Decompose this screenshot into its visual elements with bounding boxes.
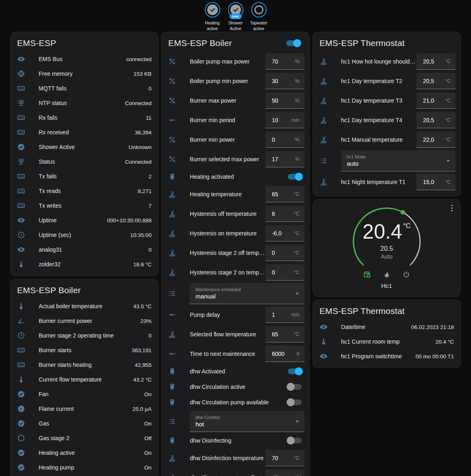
fan-row[interactable]: FanOn xyxy=(11,387,158,401)
entity-label: hc1 How hot lounge should… xyxy=(341,58,416,65)
ems-bus-row[interactable]: EMS Busconnected xyxy=(11,52,158,66)
heating-temperature-input[interactable]: 65°C xyxy=(265,186,305,202)
uptime-row[interactable]: Uptime000+10:35:00.888 xyxy=(11,213,158,228)
chevron-down-icon xyxy=(293,417,301,426)
fire-icon[interactable] xyxy=(383,270,391,279)
hc1-night-temperature-t1-input[interactable]: 15,0°C xyxy=(416,174,456,190)
eye-icon xyxy=(320,323,328,331)
dhw-circulation-active-toggle[interactable] xyxy=(287,383,303,391)
counter-icon: 123 xyxy=(17,114,25,122)
check-circle-icon xyxy=(17,449,25,457)
hc1-mode-select[interactable]: hc1 Modeauto xyxy=(341,150,456,171)
entity-label: Heating activated xyxy=(190,173,234,180)
flame-current-row[interactable]: Flame current25.0 µA xyxy=(11,401,158,416)
hc1-program-switchtime-row[interactable]: hc1 Program switchtime00 mo 00:00 T1 xyxy=(313,349,460,364)
rx-received-row[interactable]: 123Rx received36,394 xyxy=(11,125,158,140)
entity-value: 363,191 xyxy=(132,347,152,353)
uptime-sec-row[interactable]: Uptime (sec)10:35:00 xyxy=(11,228,158,242)
entity-label: Rx received xyxy=(39,129,69,136)
dhw-activated-toggle[interactable] xyxy=(287,367,303,375)
gas-row[interactable]: GasOn xyxy=(11,416,158,431)
entity-value: 20.4 °C xyxy=(436,339,454,345)
hysteresis-stage-2-off-temp-input[interactable]: 0°C xyxy=(265,245,305,261)
pump-delay-input[interactable]: 1min xyxy=(265,307,305,323)
dhw-circulation-pump-available-toggle[interactable] xyxy=(287,398,303,406)
zolder32-row[interactable]: zolder3218.6 °C xyxy=(11,257,158,272)
gas-stage-2-row[interactable]: Gas stage 2Off xyxy=(11,431,158,445)
card-title: EMS-ESP xyxy=(17,38,56,48)
heating-pump-row[interactable]: Heating pumpOn xyxy=(11,460,158,475)
hc1-how-hot-lounge-should-input[interactable]: 20,5°C xyxy=(416,53,456,70)
burner-starts-heating-row[interactable]: 123Burner starts heating42,955 xyxy=(11,358,158,372)
date-time-row[interactable]: Date/time06.02.2023 21:18 xyxy=(313,320,460,334)
card-title: EMS-ESP Thermostat xyxy=(320,306,405,316)
entity-label: analog31 xyxy=(39,246,62,253)
eye-icon xyxy=(17,55,25,63)
maintenance-scheduled-select[interactable]: Maintenance scheduledmanual xyxy=(190,283,304,304)
power-icon[interactable] xyxy=(402,270,410,279)
number-unit: h xyxy=(297,351,300,357)
tx-fails-row[interactable]: 123Tx fails2 xyxy=(11,169,158,184)
entity-value: 11 xyxy=(146,115,151,121)
burner-current-power-row[interactable]: Burner current power23% xyxy=(11,314,158,328)
boiler-pump-max-power-input[interactable]: 70% xyxy=(265,53,305,70)
badge-label: Shower Active xyxy=(226,20,245,31)
hc1-day-temperature-t3-input[interactable]: 21,0°C xyxy=(416,92,456,109)
burner-min-power-input[interactable]: 0% xyxy=(265,132,305,148)
selected-flow-temperature-input[interactable]: 65°C xyxy=(265,326,305,342)
shower-active-row[interactable]: Shower ActiveUnknown xyxy=(11,140,158,154)
hysteresis-stage-2-on-temp-input[interactable]: 0°C xyxy=(265,264,305,281)
tx-reads-row[interactable]: 123Tx reads8,271 xyxy=(11,184,158,198)
entity-value: 0 xyxy=(149,247,152,253)
analog31-row[interactable]: analog310 xyxy=(11,242,158,257)
hc1-day-temperature-t3-row: hc1 Day temperature T321,0°C xyxy=(313,91,460,110)
shower-active-badge[interactable]: UNKShower Active xyxy=(226,2,245,31)
boiler-pump-min-power-input[interactable]: 30% xyxy=(265,73,305,89)
current-temperature: 20.4°C xyxy=(363,222,411,242)
number-unit: % xyxy=(295,137,300,143)
heating-activated-toggle[interactable] xyxy=(287,173,303,181)
hvac-mode-label: Auto xyxy=(381,253,392,260)
burner-selected-max-power-input[interactable]: 17% xyxy=(265,151,305,167)
number-unit: °C xyxy=(294,475,300,476)
current-flow-temperature-row[interactable]: Current flow temperature43.2 °C xyxy=(11,372,158,387)
dhw-disinfecting-toggle[interactable] xyxy=(287,437,303,445)
hc1-current-room-temp-row[interactable]: hc1 Current room temp20.4 °C xyxy=(313,334,460,349)
percent-icon xyxy=(168,57,176,66)
hc1-day-temperature-t4-input[interactable]: 20,5°C xyxy=(416,112,456,128)
card-title: EMS-ESP Boiler xyxy=(168,38,232,48)
heating-active-badge[interactable]: Heating active xyxy=(203,2,222,31)
number-value: 20,5 xyxy=(423,58,434,65)
thermostat-dial[interactable]: 20.4°C 20.5 Auto xyxy=(349,204,425,279)
hc1-day-temperature-t2-input[interactable]: 20,5°C xyxy=(416,73,456,89)
hysteresis-off-temperature-input[interactable]: 6°C xyxy=(265,206,305,222)
hc1-manual-temperature-input[interactable]: 22,0°C xyxy=(416,132,456,148)
rx-fails-row[interactable]: 123Rx fails11 xyxy=(11,110,158,125)
ntp-status-row[interactable]: NTP statusConnected xyxy=(11,96,158,110)
dots-vertical-icon[interactable] xyxy=(447,204,456,213)
tx-writes-row[interactable]: 123Tx writes7 xyxy=(11,198,158,213)
burner-stage-2-operating-time-row[interactable]: Burner stage 2 operating time0 xyxy=(11,328,158,343)
mqtt-fails-row[interactable]: 123MQTT fails0 xyxy=(11,81,158,96)
entity-label: Tx reads xyxy=(39,188,61,194)
burner-max-power-input[interactable]: 50% xyxy=(265,92,305,109)
free-memory-row[interactable]: Free memory153 KB xyxy=(11,66,158,81)
number-value: 21,0 xyxy=(423,97,434,104)
actual-boiler-temperature-row[interactable]: Actual boiler temperature43.5 °C xyxy=(11,299,158,314)
heating-active-row[interactable]: Heating activeOn xyxy=(11,445,158,460)
status-row[interactable]: StatusConnected xyxy=(11,154,158,169)
burner-starts-row[interactable]: 123Burner starts363,191 xyxy=(11,343,158,358)
hysteresis-on-temperature-input[interactable]: -6,0°C xyxy=(265,225,305,241)
dhw-disinfection-temperature-input[interactable]: 70°C xyxy=(265,450,305,466)
time-to-next-maintenance-input[interactable]: 6000h xyxy=(265,346,305,362)
hc1-day-temperature-t2-row: hc1 Day temperature T220,5°C xyxy=(313,71,460,91)
dhw-flow-temperature-offset-input[interactable]: 40°C xyxy=(265,469,305,476)
selected-flow-temperature-row: Selected flow temperature65°C xyxy=(162,325,309,344)
dhw-comfort-select[interactable]: dhw Comforthot xyxy=(190,411,304,432)
boiler-card-toggle[interactable] xyxy=(285,39,301,47)
chevron-down-icon xyxy=(293,290,301,298)
tapwater-active-badge[interactable]: Tapwater active xyxy=(249,2,269,31)
calendar-clock-icon[interactable] xyxy=(363,270,371,279)
badge-circle xyxy=(251,2,267,18)
burner-min-period-input[interactable]: 10min xyxy=(265,112,305,128)
